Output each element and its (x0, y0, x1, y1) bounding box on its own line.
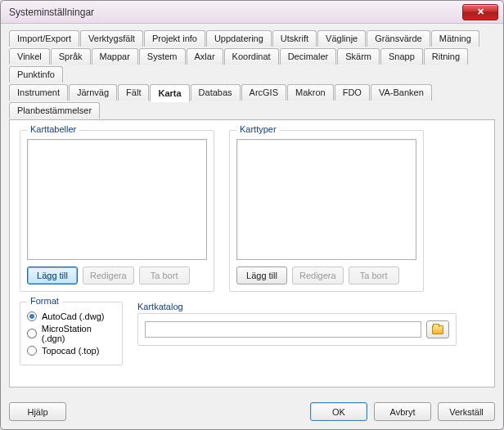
tab-spr-k[interactable]: Språk (51, 48, 91, 65)
kartkatalog-label: Kartkatalog (137, 302, 457, 311)
cancel-button[interactable]: Avbryt (374, 402, 431, 421)
tab-makron[interactable]: Makron (287, 84, 334, 101)
lists-row: Karttabeller Lägg till Redigera Ta bort … (20, 130, 484, 292)
karttyper-edit-button: Redigera (292, 267, 344, 284)
karttyper-group: Karttyper Lägg till Redigera Ta bort (229, 130, 424, 292)
radio-icon (27, 311, 37, 321)
close-icon: ✕ (477, 7, 484, 17)
format-group: Format AutoCad (.dwg)MicroStation (.dgn)… (20, 302, 123, 365)
format-option-1[interactable]: MicroStation (.dgn) (27, 324, 115, 343)
help-button[interactable]: Hjälp (9, 402, 66, 421)
apply-button[interactable]: Verkställ (438, 402, 495, 421)
karttyper-remove-button: Ta bort (349, 267, 399, 284)
kartkatalog-input[interactable] (145, 321, 421, 338)
close-button[interactable]: ✕ (462, 4, 498, 20)
karttyper-add-button[interactable]: Lägg till (236, 267, 287, 284)
dialog-footer: Hjälp OK Avbryt Verkställ (1, 396, 503, 429)
tab-snapp[interactable]: Snapp (380, 48, 423, 65)
tab-utskrift[interactable]: Utskrift (272, 30, 317, 47)
karttabeller-listbox[interactable] (27, 139, 207, 260)
tab-databas[interactable]: Databas (191, 84, 241, 101)
tab-import-export[interactable]: Import/Export (9, 30, 79, 47)
kartkatalog-group (137, 313, 457, 346)
tab-va-banken[interactable]: VA-Banken (371, 84, 432, 101)
radio-icon (27, 346, 37, 356)
titlebar: Systeminställningar ✕ (1, 1, 503, 24)
karttabeller-group: Karttabeller Lägg till Redigera Ta bort (20, 130, 214, 292)
karttabeller-remove-button: Ta bort (139, 267, 190, 284)
karttabeller-buttons: Lägg till Redigera Ta bort (27, 267, 207, 284)
tabstrip: Import/ExportVerktygsfältProjekt infoUpp… (9, 30, 495, 120)
client-area: Import/ExportVerktygsfältProjekt infoUpp… (1, 24, 503, 396)
window-title: Systeminställningar (9, 7, 94, 18)
tab-instrument[interactable]: Instrument (9, 84, 68, 101)
browse-button[interactable] (426, 320, 449, 338)
tab-planbest-mmelser[interactable]: Planbestämmelser (9, 102, 100, 119)
tab-vinkel[interactable]: Vinkel (9, 48, 50, 65)
footer-right: OK Avbryt Verkställ (310, 402, 495, 421)
tab-sk-rm[interactable]: Skärm (337, 48, 380, 65)
folder-icon (432, 325, 443, 334)
karttyper-label: Karttyper (236, 124, 280, 134)
settings-window: Systeminställningar ✕ Import/ExportVerkt… (0, 0, 504, 430)
karttabeller-edit-button: Redigera (83, 267, 134, 284)
tab-koordinat[interactable]: Koordinat (224, 48, 279, 65)
tab-axlar[interactable]: Axlar (187, 48, 223, 65)
tab-karta[interactable]: Karta (150, 84, 189, 102)
tab-j-rnv-g[interactable]: Järnväg (69, 84, 117, 101)
format-option-0[interactable]: AutoCad (.dwg) (27, 311, 115, 321)
ok-button[interactable]: OK (310, 402, 367, 421)
karttabeller-add-button[interactable]: Lägg till (27, 267, 78, 284)
tab-decimaler[interactable]: Decimaler (280, 48, 337, 65)
karttyper-listbox[interactable] (236, 139, 416, 260)
karttabeller-label: Karttabeller (27, 124, 79, 134)
radio-icon (27, 329, 37, 338)
tab-uppdatering[interactable]: Uppdatering (206, 30, 272, 47)
format-option-label: Topocad (.top) (42, 346, 99, 356)
format-option-label: MicroStation (.dgn) (42, 324, 115, 343)
tab-gr-nsv-rde[interactable]: Gränsvärde (367, 30, 430, 47)
tab-ritning[interactable]: Ritning (424, 48, 468, 65)
tab-projekt-info[interactable]: Projekt info (144, 30, 205, 47)
karttyper-buttons: Lägg till Redigera Ta bort (236, 267, 416, 284)
tab-fdo[interactable]: FDO (335, 84, 370, 101)
format-label: Format (27, 296, 62, 306)
format-option-2[interactable]: Topocad (.top) (27, 346, 115, 356)
tab-f-lt[interactable]: Fält (118, 84, 149, 101)
tab-panel-karta: Karttabeller Lägg till Redigera Ta bort … (9, 119, 495, 387)
tab-punktinfo[interactable]: Punktinfo (9, 66, 63, 83)
tab-verktygsf-lt[interactable]: Verktygsfält (80, 30, 143, 47)
tab-m-tning[interactable]: Mätning (431, 30, 479, 47)
kartkatalog-wrapper: Kartkatalog (137, 302, 457, 346)
tab-arcgis[interactable]: ArcGIS (241, 84, 286, 101)
tab-mappar[interactable]: Mappar (92, 48, 138, 65)
tab-v-glinje[interactable]: Väglinje (317, 30, 366, 47)
format-option-label: AutoCad (.dwg) (42, 311, 104, 321)
mid-row: Format AutoCad (.dwg)MicroStation (.dgn)… (20, 302, 484, 365)
tab-system[interactable]: System (139, 48, 186, 65)
